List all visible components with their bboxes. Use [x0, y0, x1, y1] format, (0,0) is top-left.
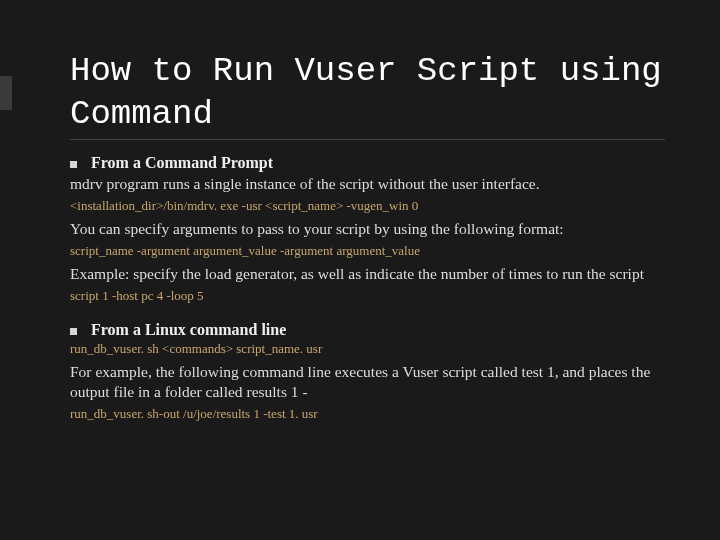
cmd-example: script 1 -host pc 4 -loop 5	[70, 288, 665, 305]
bullet-text: From a Linux command line	[91, 321, 286, 339]
cmd-mdrv: <installation_dir>/bin/mdrv. exe -usr <s…	[70, 198, 665, 215]
slide: How to Run Vuser Script using Command Fr…	[0, 0, 720, 540]
cmd-linux-example: run_db_vuser. sh-out /u/joe/results 1 -t…	[70, 406, 665, 423]
bullet-square-icon	[70, 161, 77, 168]
body-linux-example: For example, the following command line …	[70, 362, 665, 402]
slide-content: From a Command Prompt mdrv program runs …	[70, 154, 665, 423]
body-example-desc: Example: specify the load generator, as …	[70, 264, 665, 284]
cmd-linux-run: run_db_vuser. sh <commands> script_name.…	[70, 341, 665, 358]
body-args-desc: You can specify arguments to pass to you…	[70, 219, 665, 239]
side-tab	[0, 76, 12, 110]
bullet-square-icon	[70, 328, 77, 335]
body-mdrv-desc: mdrv program runs a single instance of t…	[70, 174, 665, 194]
bullet-command-prompt: From a Command Prompt	[70, 154, 665, 172]
cmd-args-format: script_name -argument argument_value -ar…	[70, 243, 665, 260]
bullet-text: From a Command Prompt	[91, 154, 273, 172]
bullet-linux: From a Linux command line	[70, 321, 665, 339]
spacer	[70, 309, 665, 319]
slide-title: How to Run Vuser Script using Command	[70, 50, 665, 140]
